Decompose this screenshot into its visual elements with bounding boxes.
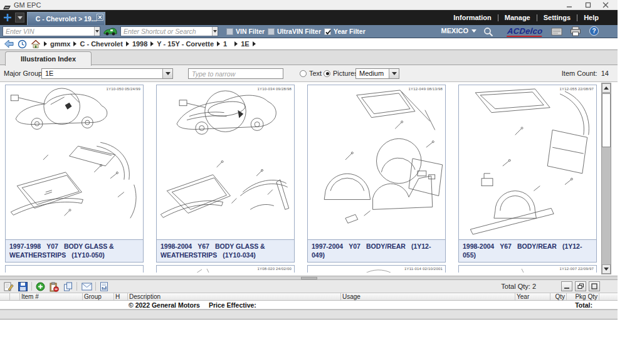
search-button[interactable] [483,27,493,39]
crumb-year[interactable]: 1998 [132,40,147,48]
crumb-model[interactable]: Y - 15Y - Corvette [157,40,214,48]
column-qty[interactable]: Qty [550,293,567,300]
illustration-card-partial[interactable]: 1Y11-014 02/10/2001 [307,265,446,273]
illustration-drawing: 1Y10-050 05/24/99 [6,85,143,239]
scroll-down-button[interactable] [602,264,611,274]
column-year[interactable]: Year [515,293,550,300]
menu-manage[interactable]: Manage [505,14,530,21]
panel-splitter[interactable] [0,276,618,280]
menu-settings[interactable]: Settings [544,14,571,21]
column-usage[interactable]: Usage [341,293,515,300]
scroll-up-button[interactable] [602,83,611,93]
thumb-size-select[interactable]: Medium [355,68,399,79]
view-text-radio[interactable]: Text [300,70,322,77]
caption-years: 1997-2004 [312,242,343,250]
column-blank[interactable] [10,293,20,300]
back-button[interactable] [4,39,14,48]
major-group-value: 1E [42,69,162,78]
year-filter-label: Year Filter [334,28,366,35]
panel-maximize-button[interactable] [589,281,600,291]
catalog-notes-button[interactable] [551,27,562,38]
vin-input[interactable] [3,27,94,36]
caption-years: 1998-2004 [160,242,192,250]
search-bar: VIN Filter UltraVIN Filter Year Filter M… [0,25,618,38]
search-icon [483,27,493,37]
crumb-gmmx[interactable]: gmmx [50,40,70,48]
maximize-button[interactable] [580,0,596,10]
email-icon [82,283,92,291]
remove-clipboard-icon [49,282,59,292]
column-pkg-qty[interactable]: Pkg Qty [567,293,599,300]
region-selector[interactable]: MEXICO [441,27,476,34]
item-count-value: 14 [601,70,609,77]
edit-worksheet-button[interactable] [3,281,15,293]
breadcrumb-separator-icon [234,41,238,46]
column-h[interactable]: H [114,293,128,300]
vin-go-button[interactable] [103,27,117,39]
print-button[interactable] [570,26,581,39]
column-item[interactable]: Item # [20,293,83,300]
tab-close-icon[interactable] [97,14,103,21]
shortcut-search-input[interactable] [121,27,212,36]
home-button[interactable] [31,39,41,48]
panel-restore-button[interactable] [575,281,586,291]
column-description[interactable]: Description [128,293,341,300]
view-pictures-radio[interactable]: Pictures [324,70,358,77]
help-button[interactable]: ? [589,26,599,36]
narrow-input[interactable] [188,68,283,79]
illustration-drawing: 1Y12-049 08/13/98 [308,85,445,239]
tab-list-button[interactable] [15,13,24,23]
year-filter-checkbox[interactable]: Year Filter [324,28,366,35]
crumb-make[interactable]: C - Chevrolet [80,40,122,48]
illustration-card-partial[interactable]: 1Y08-020 24/02/00 [156,265,295,273]
remove-item-button[interactable] [48,281,60,293]
menu-information[interactable]: Information [453,14,492,21]
column-group[interactable]: Group [83,293,114,300]
car-icon [103,27,117,36]
illustration-card[interactable]: 1Y10-034 09/28/98 [156,85,295,263]
menu-help[interactable]: Help [584,14,599,21]
item-count-label: Item Count: [562,70,597,77]
illustration-card[interactable]: 1Y12-049 08/13/98 1997-2004Y07BODY/REAR [307,85,446,263]
crumb-subgroup[interactable]: 1E [241,40,249,48]
ledger-icon [551,27,562,36]
drawing-ref: 1Y11-014 02/10/2001 [404,267,443,271]
splitter-grip[interactable] [301,277,317,279]
history-clock-icon [18,39,27,49]
major-group-select[interactable]: 1E [41,68,173,79]
scrollbar-thumb[interactable] [602,93,611,147]
copy-button[interactable] [61,281,74,293]
edit-worksheet-icon [4,282,14,292]
item-count: Item Count: 14 [562,70,609,77]
ultravin-filter-checkbox[interactable]: UltraVIN Filter [268,28,321,35]
breadcrumb-separator-icon [150,41,154,46]
add-item-button[interactable] [34,281,46,293]
panel-minimize-button[interactable] [561,281,572,291]
save-button[interactable] [16,281,29,293]
crumb-group[interactable]: 1 [223,40,227,48]
email-button[interactable] [80,281,93,293]
illustration-card-partial[interactable]: 1Y12-007 22/09/97 [458,265,597,273]
illustration-card-partial[interactable] [5,265,144,273]
tab-chevrolet[interactable]: C - Chevrolet > 19... [27,12,105,25]
total-qty-value: 2 [532,283,536,290]
illustration-card[interactable]: 1Y12-055 22/08/97 1998-2004Y67BODY/REAR(… [458,85,597,263]
illustration-card[interactable]: 1Y10-050 05/24/99 [5,85,144,263]
vin-filter-checkbox[interactable]: VIN Filter [226,28,265,35]
new-tab-button[interactable] [1,11,14,24]
question-icon: ? [592,28,596,34]
minimize-button[interactable] [561,0,577,10]
report-button[interactable] [98,281,110,293]
shortcut-dropdown-button[interactable] [212,27,218,36]
column-blank[interactable] [0,293,10,300]
plus-icon [3,13,12,22]
history-button[interactable] [18,39,27,49]
vertical-scrollbar[interactable] [601,83,611,274]
restore-icon [577,283,584,289]
close-button[interactable] [597,0,614,10]
checkbox-box [324,28,331,35]
illustration-caption: 1997-1998Y07BODY GLASS & WEATHERSTRIPS(1… [6,239,143,262]
filter-bar: Major Group: 1E Text Pictures Medium Ite… [0,65,618,82]
vin-dropdown-button[interactable] [94,27,100,36]
tab-illustration-index[interactable]: Illustration Index [5,51,92,66]
